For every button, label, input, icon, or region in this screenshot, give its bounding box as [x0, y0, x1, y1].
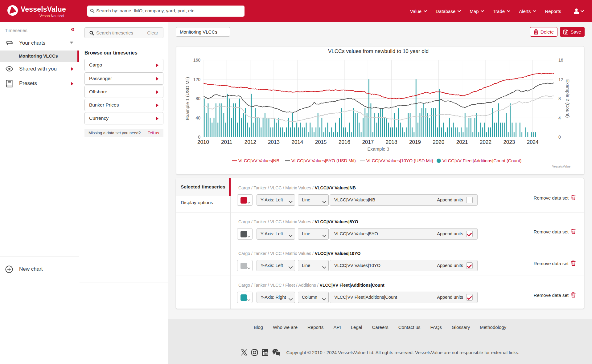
svg-text:2020: 2020 [433, 139, 444, 145]
svg-text:0: 0 [558, 135, 561, 140]
svg-text:Example 2 (Count): Example 2 (Count) [565, 79, 570, 118]
svg-text:16: 16 [558, 58, 563, 63]
svg-text:VesselsValue: VesselsValue [552, 165, 571, 168]
svg-text:Example 1 (USD Mil): Example 1 (USD Mil) [185, 77, 190, 120]
svg-text:0: 0 [198, 135, 200, 140]
svg-text:120: 120 [193, 77, 201, 82]
svg-text:2023: 2023 [503, 139, 515, 145]
svg-text:VLCC|VV Values|5YO (USD Mil): VLCC|VV Values|5YO (USD Mil) [291, 158, 356, 163]
svg-text:VLCC|VV Fleet|Additions|Count: VLCC|VV Fleet|Additions|Count (Count) [442, 158, 521, 163]
svg-text:VLCCs values from newbuild to: VLCCs values from newbuild to 10 year ol… [328, 48, 429, 54]
svg-text:80: 80 [195, 96, 200, 101]
svg-text:40: 40 [195, 115, 200, 120]
svg-text:2016: 2016 [339, 139, 350, 145]
svg-text:2015: 2015 [315, 139, 327, 145]
svg-text:8: 8 [558, 96, 561, 101]
svg-text:2010: 2010 [197, 139, 209, 145]
svg-text:VLCC|VV Values|10YO (USD Mil): VLCC|VV Values|10YO (USD Mil) [366, 158, 433, 163]
svg-text:2012: 2012 [245, 139, 256, 145]
svg-text:Example 3: Example 3 [368, 146, 389, 152]
svg-text:12: 12 [558, 77, 563, 82]
svg-text:2011: 2011 [221, 139, 232, 145]
svg-text:VLCC|VV Values|NB: VLCC|VV Values|NB [238, 158, 279, 163]
svg-text:2022: 2022 [480, 139, 491, 145]
svg-text:2024: 2024 [527, 139, 539, 145]
svg-text:160: 160 [193, 58, 201, 63]
svg-text:2014: 2014 [291, 139, 303, 145]
svg-text:2021: 2021 [456, 139, 468, 145]
svg-text:2019: 2019 [409, 139, 421, 145]
svg-text:2018: 2018 [386, 139, 397, 145]
svg-text:2013: 2013 [268, 139, 280, 145]
svg-text:2017: 2017 [362, 139, 374, 145]
svg-text:4: 4 [558, 115, 561, 120]
